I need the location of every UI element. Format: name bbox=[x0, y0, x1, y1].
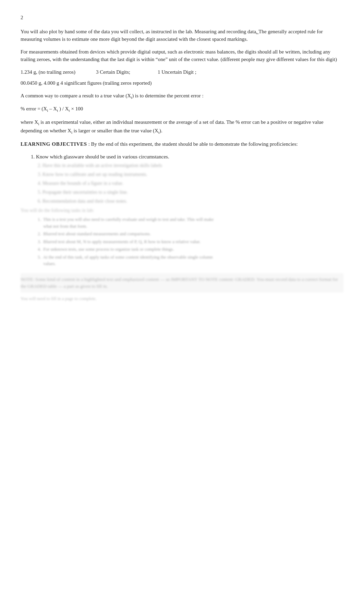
explanation-text: where Xi is an experimental value, eithe… bbox=[21, 119, 324, 133]
blurred-subheader-wrapper: You will do the following tasks in lab: bbox=[21, 207, 343, 214]
blurred-numbered-2: 2. Blurred text about standard measureme… bbox=[38, 230, 343, 237]
big-blurred-block: NOTE: Some kind of content in a highligh… bbox=[21, 273, 343, 293]
objectives-label: LEARNING OBJECTIVES bbox=[21, 141, 87, 147]
meas1-uncertain: 1 Uncertain Digit ; bbox=[158, 68, 219, 76]
meas1-certain: 3 Certain Digits; bbox=[96, 68, 158, 76]
blurred-item-4: 4. Measure the bounds of a figure in a v… bbox=[38, 180, 343, 187]
blurred-numbered-5: 5. At the end of this task, of apply tas… bbox=[38, 254, 343, 267]
measurement-line-2: 00.0450 g, 4.000 g 4 significant figures… bbox=[21, 79, 343, 87]
paragraph-2: For measurements obtained from devices w… bbox=[21, 48, 343, 63]
percent-error-intro: A common way to compare a result to a tr… bbox=[21, 92, 343, 100]
blurred-item-3: 3. Know how to calibrate and set up read… bbox=[38, 171, 343, 178]
learning-objectives-header: LEARNING OBJECTIVES : By the end of this… bbox=[21, 140, 343, 148]
page-number: 2 bbox=[21, 14, 343, 22]
objective-1-text: 1. Know which glassware should be used i… bbox=[31, 154, 169, 159]
blurred-numbered-4: 4. For unknown tests, use some process t… bbox=[38, 246, 343, 253]
paragraph-1: You will also plot by hand some of the d… bbox=[21, 28, 343, 43]
blurred-numbered-3: 3. Blurred text about M, N to apply meas… bbox=[38, 238, 343, 245]
blurred-subheader: You will do the following tasks in lab: bbox=[21, 207, 343, 214]
objectives-colon: : By the end of this experiment, the stu… bbox=[87, 141, 298, 147]
percent-error-intro-text: A common way to compare a result to a tr… bbox=[21, 93, 204, 98]
explanation-paragraph: where Xi is an experimental value, eithe… bbox=[21, 118, 343, 135]
formula-text: % error = (Xi – Xt ) / Xt × 100 bbox=[21, 106, 83, 111]
blurred-item-2: 2. Have this in available with an active… bbox=[38, 162, 343, 169]
footer-blurred-text: You will need to fill in a page to compl… bbox=[21, 295, 343, 302]
measurement-line-1: 1.234 g, (no trailing zeros) 3 Certain D… bbox=[21, 68, 343, 76]
blurred-item-5: 5. Propagate their uncertainties to a si… bbox=[38, 189, 343, 196]
paragraph-1-text: You will also plot by hand some of the d… bbox=[21, 29, 323, 42]
big-blurred-block-wrapper: NOTE: Some kind of content in a highligh… bbox=[21, 273, 343, 293]
objective-1: 1. Know which glassware should be used i… bbox=[31, 153, 343, 161]
footer-blurred-wrapper: You will need to fill in a page to compl… bbox=[21, 295, 343, 302]
meas2-text: 00.0450 g, 4.000 g 4 significant figures… bbox=[21, 80, 151, 86]
blurred-numbered-1: 1. This is a text you will also need to … bbox=[38, 216, 343, 229]
percent-error-formula: % error = (Xi – Xt ) / Xt × 100 bbox=[21, 105, 343, 114]
meas1-value: 1.234 g, (no trailing zeros) bbox=[21, 68, 96, 76]
blurred-item-6: 6. Recommendation data and their close n… bbox=[38, 198, 343, 205]
paragraph-2-text: For measurements obtained from devices w… bbox=[21, 49, 337, 62]
